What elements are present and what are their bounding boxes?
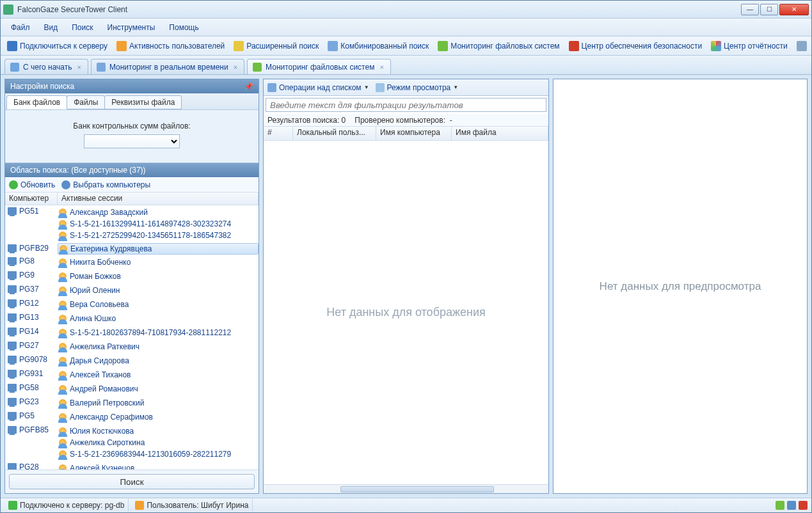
col-sessions[interactable]: Активные сессии (58, 193, 259, 205)
status-icon-1[interactable] (776, 501, 784, 510)
session-item[interactable]: Роман Божков (58, 271, 259, 282)
table-row[interactable]: PG58Андрей Романович (5, 382, 259, 396)
bank-select[interactable] (84, 134, 180, 148)
session-item[interactable]: Дарья Сидорова (58, 355, 259, 367)
computer-cell[interactable]: PG23 (5, 396, 58, 407)
table-row[interactable]: PGFB85Юлия КостючковаАнжелика СироткинаS… (5, 424, 259, 461)
toolbar-activity[interactable]: Активность пользователей (113, 39, 228, 53)
filter-input[interactable] (266, 98, 546, 112)
toolbar-overflow[interactable] (793, 39, 811, 53)
table-row[interactable]: PG37Юрий Оленин (5, 283, 259, 297)
table-row[interactable]: PG12Вера Соловьева (5, 297, 259, 312)
menu-view[interactable]: Вид (38, 20, 65, 35)
close-icon[interactable]: × (232, 63, 239, 71)
pin-icon[interactable]: 📌 (244, 83, 253, 91)
table-row[interactable]: PG9Роман Божков (5, 269, 259, 283)
session-item[interactable]: Алексей Кузнецов (58, 462, 259, 470)
table-row[interactable]: PG931Алексей Тиханов (5, 368, 259, 382)
tab-start[interactable]: С чего начать × (4, 59, 88, 74)
session-item[interactable]: Никита Бобченко (58, 256, 259, 268)
computer-cell[interactable]: PGFB85 (5, 424, 58, 436)
user-icon (59, 232, 67, 239)
search-button[interactable]: Поиск (9, 474, 255, 489)
session-item[interactable]: Александр Серафимов (58, 411, 259, 423)
table-row[interactable]: PG51Александр ЗавадскийS-1-5-21-16132994… (5, 205, 259, 242)
toolbar-security-center[interactable]: Центр обеспечения безопасности (565, 39, 706, 53)
subtab-files[interactable]: Файлы (67, 95, 105, 109)
table-row[interactable]: PG9078Дарья Сидорова (5, 354, 259, 368)
computer-cell[interactable]: PG58 (5, 382, 58, 393)
session-item[interactable]: Алина Юшко (58, 313, 259, 324)
subtab-props[interactable]: Реквизиты файла (104, 95, 182, 109)
computer-cell[interactable]: PG9078 (5, 354, 58, 365)
col-local-user[interactable]: Локальный польз... (293, 127, 376, 140)
close-icon[interactable]: × (76, 63, 83, 71)
computer-cell[interactable]: PG9 (5, 269, 58, 281)
table-row[interactable]: PG13Алина Юшко (5, 312, 259, 326)
table-row[interactable]: PGFB29Екатерина Кудрявцева (5, 242, 259, 255)
session-item[interactable]: Юрий Оленин (58, 285, 259, 296)
menu-tools[interactable]: Инструменты (101, 20, 162, 35)
computer-cell[interactable]: PG14 (5, 326, 58, 337)
computer-cell[interactable]: PG13 (5, 312, 58, 323)
menu-search[interactable]: Поиск (65, 20, 99, 35)
status-icon-3[interactable] (799, 501, 808, 510)
computer-cell[interactable]: PG37 (5, 283, 58, 295)
select-computers-button[interactable]: Выбрать компьютеры (61, 180, 150, 189)
close-button[interactable]: ✕ (779, 4, 809, 15)
col-file-name[interactable]: Имя файла (452, 127, 548, 140)
refresh-button[interactable]: Обновить (9, 180, 55, 189)
maximize-button[interactable]: ☐ (760, 4, 778, 15)
computer-cell[interactable]: PG931 (5, 368, 58, 379)
session-item[interactable]: Вера Соловьева (58, 299, 259, 310)
session-item[interactable]: Валерий Петровский (58, 397, 259, 409)
table-row[interactable]: PG23Валерий Петровский (5, 396, 259, 410)
table-row[interactable]: PG5Александр Серафимов (5, 410, 259, 424)
toolbar-advanced-search[interactable]: Расширенный поиск (230, 39, 322, 53)
table-row[interactable]: PG27Анжелика Раткевич (5, 340, 259, 354)
subtab-bank[interactable]: Банк файлов (6, 95, 67, 109)
session-item[interactable]: Андрей Романович (58, 383, 259, 395)
scrollbar-thumb[interactable] (340, 486, 494, 493)
tab-fsmon[interactable]: Мониторинг файловых систем × (247, 59, 391, 74)
status-icon-2[interactable] (787, 501, 796, 510)
tab-realtime[interactable]: Мониторинг в реальном времени × (91, 59, 244, 74)
list-operations-button[interactable]: Операции над списком ▼ (267, 83, 369, 92)
view-mode-button[interactable]: Режим просмотра ▼ (376, 83, 459, 92)
horizontal-scrollbar[interactable] (264, 484, 548, 493)
table-row[interactable]: PG28Алексей Кузнецов (5, 461, 259, 470)
toolbar-fs-monitor[interactable]: Мониторинг файловых систем (434, 39, 563, 53)
col-number[interactable]: # (264, 127, 293, 140)
session-item[interactable]: S-1-5-21-1802637894-710817934-2881112212 (58, 327, 259, 338)
table-row[interactable]: PG14S-1-5-21-1802637894-710817934-288111… (5, 326, 259, 340)
computer-cell[interactable]: PG5 (5, 410, 58, 422)
computer-cell[interactable]: PG28 (5, 461, 58, 470)
session-item[interactable]: Юлия Костючкова (58, 425, 259, 437)
session-item[interactable]: Екатерина Кудрявцева (58, 243, 259, 255)
computers-grid-body[interactable]: PG51Александр ЗавадскийS-1-5-21-16132994… (5, 205, 259, 470)
computers-grid-header: Компьютер Активные сессии (5, 193, 259, 205)
toolbar-connect[interactable]: Подключиться к серверу (3, 39, 111, 53)
table-row[interactable]: PG8Никита Бобченко (5, 255, 259, 269)
menu-help[interactable]: Помощь (163, 20, 205, 35)
session-item[interactable]: Алексей Тиханов (58, 369, 259, 381)
computer-cell[interactable]: PG27 (5, 340, 58, 351)
computer-cell[interactable]: PG8 (5, 255, 58, 267)
minimize-button[interactable]: — (741, 4, 759, 15)
col-computer[interactable]: Компьютер (5, 193, 58, 205)
session-item[interactable]: Анжелика Сироткина (58, 437, 259, 448)
computer-cell[interactable]: PGFB29 (5, 242, 58, 254)
session-item[interactable]: S-1-5-21-1613299411-1614897428-302323274 (58, 218, 259, 230)
close-icon[interactable]: × (378, 63, 385, 71)
toolbar-reports[interactable]: Центр отчётности (707, 39, 792, 53)
toolbar-combined-search[interactable]: Комбинированный поиск (324, 39, 433, 53)
session-item[interactable]: S-1-5-21-2725299420-1345651178-186547382 (58, 230, 259, 241)
computer-cell[interactable]: PG51 (5, 205, 58, 217)
session-item[interactable]: Александр Завадский (58, 207, 259, 218)
menu-file[interactable]: Файл (4, 20, 36, 35)
session-item[interactable]: Анжелика Раткевич (58, 341, 259, 352)
session-item[interactable]: S-1-5-21-2369683944-1213016059-282211279 (58, 448, 259, 460)
computer-cell[interactable]: PG12 (5, 297, 58, 309)
col-computer-name[interactable]: Имя компьютера (376, 127, 452, 140)
computer-icon (8, 356, 17, 363)
